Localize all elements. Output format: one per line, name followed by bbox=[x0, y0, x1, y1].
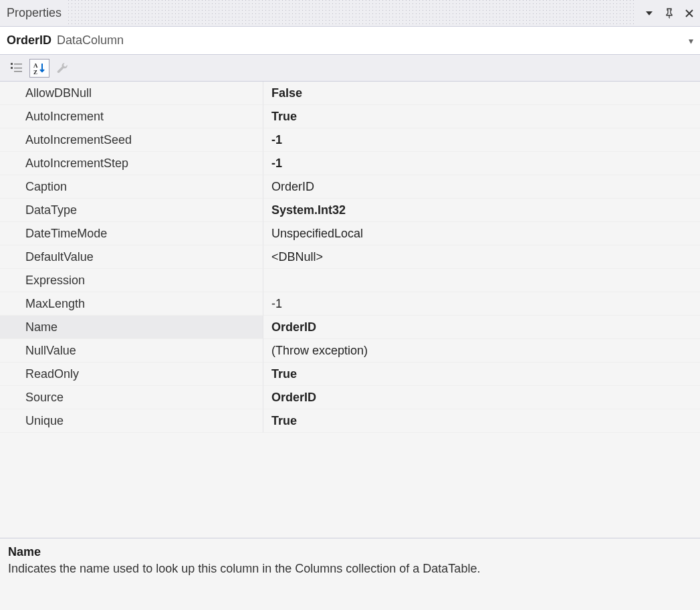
property-value[interactable]: OrderID bbox=[263, 386, 700, 409]
property-name: AllowDBNull bbox=[0, 82, 263, 105]
object-name: OrderID bbox=[7, 33, 51, 47]
svg-rect-2 bbox=[14, 64, 22, 65]
property-value[interactable]: UnspecifiedLocal bbox=[263, 222, 700, 245]
object-type: DataColumn bbox=[57, 33, 124, 47]
svg-text:Z: Z bbox=[33, 69, 37, 75]
property-row[interactable]: UniqueTrue bbox=[0, 409, 700, 433]
property-row[interactable]: Expression bbox=[0, 269, 700, 292]
description-title: Name bbox=[8, 545, 692, 559]
property-name: ReadOnly bbox=[0, 363, 263, 386]
property-value[interactable]: -1 bbox=[263, 128, 700, 152]
property-name: DateTimeMode bbox=[0, 222, 263, 245]
panel-titlebar: Properties bbox=[0, 0, 700, 27]
property-value[interactable]: <DBNull> bbox=[263, 245, 700, 269]
chevron-down-icon: ▾ bbox=[689, 35, 693, 46]
property-value[interactable]: True bbox=[263, 105, 700, 128]
property-row[interactable]: DataTypeSystem.Int32 bbox=[0, 199, 700, 222]
property-grid[interactable]: AllowDBNullFalseAutoIncrementTrueAutoInc… bbox=[0, 82, 700, 538]
property-value[interactable]: -1 bbox=[263, 152, 700, 175]
property-pages-button[interactable] bbox=[52, 59, 72, 78]
property-row[interactable]: AllowDBNullFalse bbox=[0, 82, 700, 105]
chevron-down-filled-icon bbox=[645, 9, 653, 17]
property-name: Name bbox=[0, 316, 263, 339]
alphabetical-button[interactable]: A Z bbox=[29, 59, 49, 78]
description-body: Indicates the name used to look up this … bbox=[8, 562, 692, 576]
alphabetical-icon: A Z bbox=[32, 62, 47, 75]
property-name: Caption bbox=[0, 175, 263, 199]
property-row[interactable]: SourceOrderID bbox=[0, 386, 700, 409]
property-value[interactable]: System.Int32 bbox=[263, 199, 700, 222]
categorized-icon bbox=[10, 62, 23, 74]
pin-icon bbox=[664, 8, 675, 19]
property-name: AutoIncrement bbox=[0, 105, 263, 128]
property-name: AutoIncrementStep bbox=[0, 152, 263, 175]
property-value[interactable]: (Throw exception) bbox=[263, 339, 700, 363]
property-row[interactable]: AutoIncrementTrue bbox=[0, 105, 700, 128]
property-name: Unique bbox=[0, 409, 263, 433]
panel-title: Properties bbox=[7, 6, 62, 20]
property-row[interactable]: NameOrderID bbox=[0, 316, 700, 339]
svg-rect-4 bbox=[14, 71, 22, 72]
property-name: DataType bbox=[0, 199, 263, 222]
close-button[interactable] bbox=[683, 7, 696, 20]
svg-rect-1 bbox=[11, 67, 13, 69]
property-row[interactable]: NullValue(Throw exception) bbox=[0, 339, 700, 363]
property-name: AutoIncrementSeed bbox=[0, 128, 263, 152]
titlebar-grip[interactable] bbox=[68, 0, 636, 26]
property-row[interactable]: DateTimeModeUnspecifiedLocal bbox=[0, 222, 700, 245]
svg-text:A: A bbox=[33, 62, 38, 69]
property-value[interactable]: True bbox=[263, 409, 700, 433]
property-row[interactable]: AutoIncrementStep-1 bbox=[0, 152, 700, 175]
property-value[interactable] bbox=[263, 269, 700, 292]
property-name: DefaultValue bbox=[0, 245, 263, 269]
property-name: Expression bbox=[0, 269, 263, 292]
property-row[interactable]: AutoIncrementSeed-1 bbox=[0, 128, 700, 152]
description-pane: Name Indicates the name used to look up … bbox=[0, 538, 700, 610]
svg-rect-0 bbox=[11, 63, 13, 65]
wrench-icon bbox=[55, 62, 69, 75]
property-name: MaxLength bbox=[0, 292, 263, 316]
titlebar-controls bbox=[643, 7, 696, 20]
property-value[interactable]: -1 bbox=[263, 292, 700, 316]
property-value[interactable]: False bbox=[263, 82, 700, 105]
property-row[interactable]: DefaultValue<DBNull> bbox=[0, 245, 700, 269]
object-selector[interactable]: OrderID DataColumn ▾ bbox=[0, 27, 700, 55]
property-row[interactable]: ReadOnlyTrue bbox=[0, 363, 700, 386]
pin-button[interactable] bbox=[663, 7, 676, 20]
property-value[interactable]: OrderID bbox=[263, 175, 700, 199]
property-value[interactable]: True bbox=[263, 363, 700, 386]
properties-toolbar: A Z bbox=[0, 55, 700, 82]
property-row[interactable]: MaxLength-1 bbox=[0, 292, 700, 316]
close-icon bbox=[685, 9, 694, 18]
svg-rect-3 bbox=[14, 68, 22, 69]
window-options-button[interactable] bbox=[643, 7, 656, 20]
categorized-button[interactable] bbox=[7, 59, 27, 78]
property-name: NullValue bbox=[0, 339, 263, 363]
property-row[interactable]: CaptionOrderID bbox=[0, 175, 700, 199]
property-value[interactable]: OrderID bbox=[263, 316, 700, 339]
property-name: Source bbox=[0, 386, 263, 409]
